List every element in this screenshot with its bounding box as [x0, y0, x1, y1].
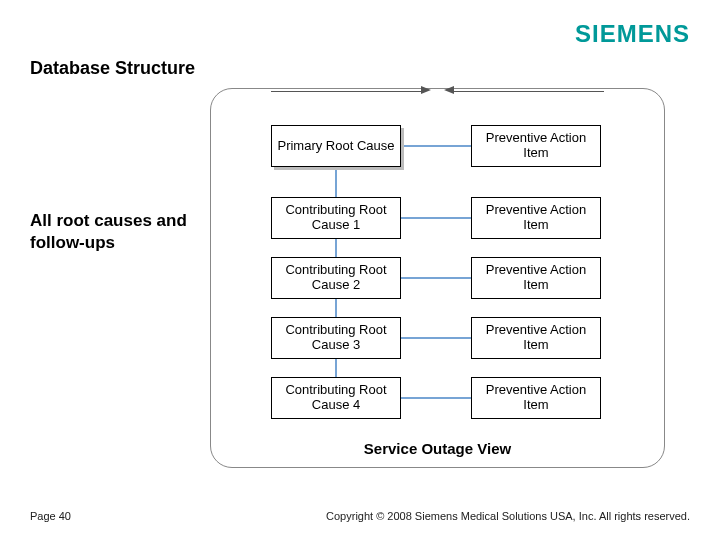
arrow-left-line: [454, 91, 604, 92]
box-preventive-action-3: Preventive Action Item: [471, 317, 601, 359]
box-preventive-action-0: Preventive Action Item: [471, 125, 601, 167]
arrow-right-line: [271, 91, 421, 92]
box-contributing-2: Contributing Root Cause 2: [271, 257, 401, 299]
slide-page: SIEMENS Database Structure All root caus…: [0, 0, 720, 540]
page-number: Page 40: [30, 510, 71, 522]
box-contributing-4: Contributing Root Cause 4: [271, 377, 401, 419]
subtitle-text: All root causes and follow-ups: [30, 210, 200, 254]
arrow-left-icon: [444, 86, 454, 94]
box-preventive-action-4: Preventive Action Item: [471, 377, 601, 419]
box-preventive-action-2: Preventive Action Item: [471, 257, 601, 299]
box-contributing-3: Contributing Root Cause 3: [271, 317, 401, 359]
box-contributing-1: Contributing Root Cause 1: [271, 197, 401, 239]
box-primary-root-cause: Primary Root Cause: [271, 125, 401, 167]
siemens-logo: SIEMENS: [575, 20, 690, 48]
page-title: Database Structure: [30, 58, 195, 79]
diagram-caption: Service Outage View: [211, 440, 664, 457]
box-preventive-action-1: Preventive Action Item: [471, 197, 601, 239]
copyright-text: Copyright © 2008 Siemens Medical Solutio…: [326, 510, 690, 522]
arrow-right-icon: [421, 86, 431, 94]
diagram-container: Primary Root Cause Preventive Action Ite…: [210, 88, 665, 468]
